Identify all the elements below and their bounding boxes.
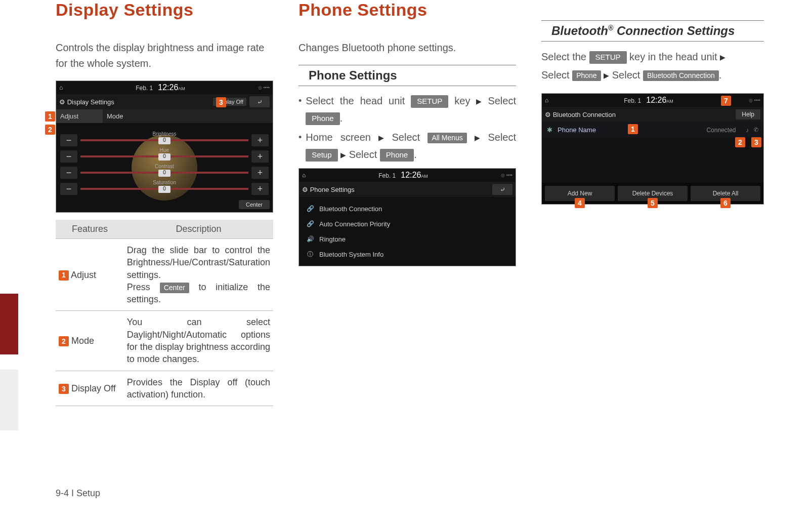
row-name: Display Off — [71, 383, 116, 393]
display-settings-column: Display Settings Controls the display br… — [56, 0, 273, 406]
phone-intro: Changes Bluetooth phone settings. — [298, 40, 516, 56]
callout-1: 1 — [628, 124, 638, 134]
callout-6: 6 — [720, 198, 731, 208]
callout-3: 3 — [751, 137, 761, 147]
callout-4: 4 — [575, 198, 585, 208]
gear-icon: ⚙ — [302, 186, 308, 193]
setup-key: Setup — [306, 149, 337, 162]
back-icon[interactable]: ⤶ — [492, 184, 512, 195]
center-button[interactable]: Center — [239, 200, 270, 209]
bt-screenshot: 7 1 2 3 ⌂ Feb. 1 12:26AM ◎ •••• ⚙ Blueto… — [541, 93, 764, 205]
tab-mode[interactable]: Mode — [103, 109, 149, 123]
callout-7: 7 — [721, 96, 731, 106]
display-screenshot: 1 2 3 ⌂ Feb. 1 12:26AM ◎ •••• ⚙ Display … — [56, 81, 273, 213]
plus-button[interactable]: + — [251, 150, 269, 163]
home-icon: ⌂ — [59, 84, 63, 91]
slider-label: Brightness — [152, 131, 176, 137]
chevron-right-icon: ▶ — [475, 132, 480, 144]
features-table: FeaturesDescription 1 Adjust Drag the sl… — [56, 220, 273, 406]
chevron-right-icon: ▶ — [340, 149, 346, 162]
slider-value: 0 — [158, 153, 170, 161]
delete-devices-button[interactable]: Delete Devices5 — [618, 186, 688, 201]
display-heading: Display Settings — [56, 0, 273, 20]
ss-title: Display Settings — [67, 98, 114, 106]
center-key: Center — [160, 283, 189, 293]
menu-item[interactable]: 🔗Auto Connection Priority — [299, 216, 516, 231]
slider-label: Hue — [160, 147, 169, 153]
registered-icon: ® — [608, 24, 613, 32]
phone-sub-heading: Phone Settings — [298, 65, 516, 86]
callout-3: 3 — [216, 97, 226, 107]
row-desc: Provides the Display off (touch activati… — [124, 371, 273, 406]
callout-5: 5 — [648, 198, 658, 208]
link-icon: 🔗 — [306, 205, 314, 213]
slider-value: 0 — [158, 137, 170, 144]
link-icon: 🔗 — [306, 220, 314, 228]
info-icon: ⓘ — [306, 250, 314, 258]
device-status: Connected — [706, 127, 736, 134]
menu-item[interactable]: 🔊Ringtone — [299, 231, 516, 247]
plus-button[interactable]: + — [251, 183, 269, 195]
bt-connection-key: Bluetooth Connection — [643, 70, 719, 81]
paired-device-row[interactable]: ✱ Phone Name Connected ♪ ✆ — [542, 122, 763, 138]
help-button[interactable]: Help — [736, 109, 760, 119]
th-features: Features — [56, 220, 124, 239]
ss-ampm: AM — [178, 86, 185, 91]
ss-time: 12:26 — [158, 83, 178, 92]
setup-key: SETUP — [411, 95, 448, 108]
add-new-button[interactable]: Add New4 — [545, 186, 615, 201]
back-icon[interactable]: ⤶ — [249, 96, 270, 107]
callout-1: 1 — [45, 111, 55, 122]
phone-bullet-2: Home screen ▶ Select All Menus ▶ Select … — [298, 129, 516, 163]
plus-button[interactable]: + — [251, 167, 269, 179]
sound-icon: 🔊 — [306, 235, 314, 243]
row-badge: 3 — [59, 384, 69, 394]
ss-title: Bluetooth Connection — [553, 111, 616, 118]
chevron-right-icon: ▶ — [378, 132, 384, 144]
row-desc: You can select Daylight/Night/Automatic … — [124, 311, 273, 371]
home-icon: ⌂ — [545, 97, 548, 104]
callout-2: 2 — [735, 137, 745, 147]
menu-label: Bluetooth System Info — [319, 251, 383, 258]
minus-button[interactable]: − — [60, 134, 77, 146]
ss-ampm: AM — [666, 99, 673, 104]
ss-date: Feb. 1 — [136, 85, 153, 92]
menu-item[interactable]: 🔗Bluetooth Connection — [299, 201, 516, 216]
chevron-right-icon: ▶ — [604, 69, 609, 82]
tab-adjust[interactable]: Adjust — [56, 109, 103, 123]
callout-2: 2 — [45, 125, 55, 135]
minus-button[interactable]: − — [60, 183, 77, 195]
all-menus-key: All Menus — [428, 133, 466, 143]
row-desc: Drag the slide bar to control the Bright… — [124, 239, 273, 311]
phone-settings-column: Phone Settings Changes Bluetooth phone s… — [298, 0, 516, 406]
bt-heading: Bluetooth® Connection Settings — [541, 20, 764, 42]
row-badge: 2 — [59, 336, 69, 346]
row-badge: 1 — [59, 270, 69, 281]
bt-instruction: Select the SETUP key in the head unit ▶ … — [541, 48, 764, 84]
phone-key: Phone — [572, 70, 601, 81]
phone-key: Phone — [380, 149, 414, 162]
phone-bullet-1: Select the head unit SETUP key ▶ Select … — [298, 92, 516, 127]
menu-label: Auto Connection Priority — [319, 220, 390, 228]
menu-label: Ringtone — [319, 235, 346, 243]
delete-all-button[interactable]: Delete All6 — [691, 186, 760, 201]
signal-icon: ◎ •••• — [749, 98, 760, 103]
minus-button[interactable]: − — [60, 150, 77, 163]
phone-key: Phone — [306, 112, 339, 125]
music-icon: ♪ — [746, 127, 749, 133]
signal-icon: ◎ •••• — [501, 173, 512, 178]
ss-date: Feb. 1 — [624, 97, 641, 104]
th-description: Description — [124, 220, 273, 239]
phone-screenshot: ⌂ Feb. 1 12:26AM ◎ •••• ⚙ Phone Settings… — [298, 168, 516, 266]
row-name: Mode — [71, 336, 94, 346]
slider-label: Contrast — [155, 164, 174, 169]
menu-item[interactable]: ⓘBluetooth System Info — [299, 247, 516, 262]
bluetooth-icon: ✱ — [547, 126, 552, 134]
slider-label: Saturation — [153, 180, 176, 185]
phone-icon: ✆ — [754, 127, 758, 133]
plus-button[interactable]: + — [251, 134, 269, 146]
ss-title: Phone Settings — [310, 186, 355, 193]
menu-label: Bluetooth Connection — [319, 205, 382, 213]
gear-icon: ⚙ — [545, 111, 551, 118]
minus-button[interactable]: − — [60, 167, 77, 179]
